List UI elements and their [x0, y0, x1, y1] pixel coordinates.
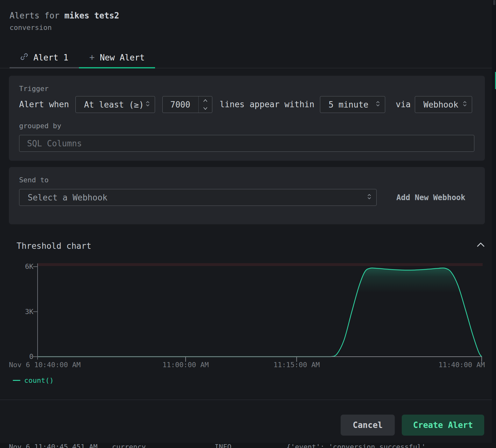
x-axis-label: 11:00:00 AM: [162, 360, 209, 369]
x-axis-label: Nov 6 10:40:00 AM: [9, 360, 81, 369]
alert-tabs: Alert 1 + New Alert: [10, 48, 155, 68]
y-axis-labels: 03K6K: [0, 256, 33, 366]
x-axis-labels: Nov 6 10:40:00 AM11:00:00 AM11:15:00 AM1…: [0, 360, 496, 370]
chevron-updown-icon: [375, 100, 380, 109]
log-level: INFO: [215, 443, 231, 448]
log-message: {'event': 'conversion successful': [287, 443, 426, 448]
x-axis-label: 11:40:00 AM: [438, 360, 485, 369]
alert-when-text: Alert when: [19, 96, 69, 113]
threshold-chart-title: Threshold chart: [17, 241, 91, 251]
group-by-input[interactable]: [19, 135, 474, 152]
threshold-chart: [0, 256, 492, 366]
tab-alert-1[interactable]: Alert 1: [10, 48, 79, 68]
via-text: via: [396, 96, 411, 113]
modal-subtitle: conversion: [10, 24, 52, 32]
chevron-updown-icon: [462, 100, 467, 109]
channel-select[interactable]: Webhook: [415, 96, 472, 113]
add-new-webhook-button[interactable]: Add New Webhook: [396, 193, 465, 202]
chevron-up-icon: [477, 242, 485, 248]
y-axis-label: 0: [29, 352, 33, 361]
chevron-updown-icon: [367, 193, 372, 202]
threshold-stepper: [198, 96, 212, 113]
tab-alert-1-label: Alert 1: [33, 53, 68, 62]
footer-divider: [0, 400, 492, 400]
tab-new-alert-label: New Alert: [100, 53, 145, 62]
legend-item-count[interactable]: count(): [13, 376, 54, 384]
y-axis: [33, 263, 38, 360]
comparator-select[interactable]: At least (≥): [75, 96, 155, 113]
stepper-down-button[interactable]: [199, 105, 212, 113]
threshold-band: [38, 263, 483, 266]
grouped-by-label: grouped by: [19, 122, 61, 130]
series-area: [38, 268, 482, 357]
cancel-button[interactable]: Cancel: [341, 415, 395, 436]
lines-appear-text: lines appear within: [220, 96, 314, 113]
trigger-card: Trigger Alert when At least (≥) lines ap: [9, 76, 485, 161]
trigger-section-label: Trigger: [19, 85, 49, 93]
threshold-input-group: [162, 96, 212, 113]
log-service: currency: [112, 443, 146, 448]
send-to-label: Send to: [19, 176, 49, 184]
create-alert-button[interactable]: Create Alert: [402, 415, 484, 436]
stepper-up-button[interactable]: [199, 96, 212, 105]
legend-line-swatch: [13, 380, 20, 381]
x-axis-label: 11:15:00 AM: [273, 360, 320, 369]
collapse-chart-button[interactable]: [476, 241, 486, 249]
y-axis-label: 3K: [25, 307, 34, 316]
link-icon: [20, 52, 28, 63]
modal-title: Alerts for mikes tets2: [10, 11, 119, 20]
webhook-select[interactable]: Select a Webhook: [19, 189, 377, 206]
window-select[interactable]: 5 minute: [320, 96, 385, 113]
chevron-updown-icon: [145, 100, 150, 109]
legend-series-name: count(): [24, 376, 54, 384]
send-to-card: Send to Select a Webhook Add New Webhook: [9, 167, 485, 224]
plus-icon: +: [89, 52, 95, 63]
threshold-input[interactable]: [163, 96, 198, 113]
alert-modal: Alerts for mikes tets2 conversion Alert …: [0, 0, 496, 448]
source-name: mikes tets2: [64, 11, 119, 20]
background-log-row: Nov 6 11:40:45.451 AM currency INFO {'ev…: [0, 443, 496, 448]
backdrop-edge: [492, 0, 496, 448]
y-axis-label: 6K: [25, 262, 34, 271]
log-timestamp: Nov 6 11:40:45.451 AM: [9, 443, 97, 448]
scrollbar-thumb[interactable]: [493, 0, 495, 5]
tab-new-alert[interactable]: + New Alert: [79, 48, 155, 68]
